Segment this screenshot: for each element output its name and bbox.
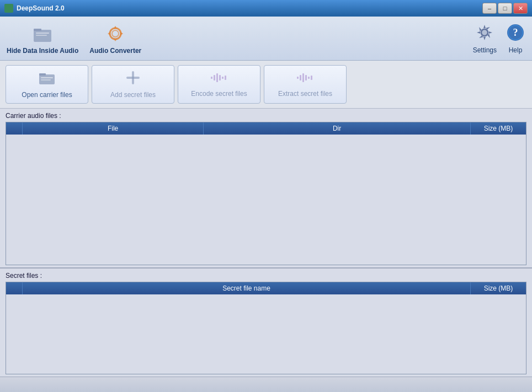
svg-rect-13: [41, 77, 53, 78]
svg-rect-22: [225, 76, 226, 80]
toolbar-right: Settings ? Help: [473, 23, 525, 54]
status-bar: [0, 377, 532, 392]
audio-converter-icon: [104, 23, 126, 45]
nav-audio-converter-label: Audio Converter: [89, 47, 141, 55]
encode-secret-button[interactable]: Encode secret files: [178, 65, 260, 104]
extract-secret-label: Extract secret files: [278, 90, 332, 98]
secret-col-name: Secret file name: [23, 282, 471, 294]
svg-rect-17: [211, 77, 212, 79]
svg-point-7: [482, 30, 487, 35]
svg-rect-14: [41, 79, 51, 80]
svg-rect-3: [36, 35, 47, 36]
carrier-col-dir: Dir: [204, 122, 471, 135]
svg-text:?: ?: [513, 27, 518, 38]
svg-rect-1: [34, 29, 41, 31]
toolbar: Hide Data Inside Audio Aud: [0, 17, 532, 61]
svg-rect-25: [302, 73, 304, 82]
app-icon: [4, 4, 13, 13]
help-button[interactable]: ? Help: [506, 23, 525, 54]
nav-hide-data[interactable]: Hide Data Inside Audio: [7, 23, 78, 55]
carrier-table-header: File Dir Size (MB): [6, 122, 526, 135]
svg-rect-20: [219, 75, 221, 80]
toolbar-left: Hide Data Inside Audio Aud: [7, 23, 141, 55]
open-carrier-button[interactable]: Open carrier files: [6, 65, 88, 104]
help-icon: ?: [506, 23, 525, 44]
nav-audio-converter[interactable]: Audio Converter: [89, 23, 141, 55]
app-title: DeepSound 2.0: [17, 4, 65, 12]
add-secret-label: Add secret files: [110, 91, 156, 99]
svg-rect-19: [216, 73, 218, 82]
extract-secret-icon: [296, 71, 314, 87]
carrier-table: File Dir Size (MB): [6, 122, 526, 265]
nav-hide-data-label: Hide Data Inside Audio: [7, 47, 78, 55]
action-buttons-row: Open carrier files Add secret files: [0, 61, 532, 109]
help-label: Help: [509, 46, 523, 54]
content-area: Carrier audio files : File Dir Size (MB)…: [0, 109, 532, 377]
svg-rect-27: [308, 77, 310, 79]
carrier-col-check: [6, 122, 23, 135]
secret-table: Secret file name Size (MB): [6, 282, 526, 374]
secret-col-check: [6, 282, 23, 294]
add-secret-icon: [125, 70, 141, 88]
secret-section-label: Secret files :: [6, 272, 526, 280]
svg-rect-26: [305, 75, 307, 80]
svg-rect-28: [311, 76, 312, 80]
secret-col-size: Size (MB): [471, 282, 526, 294]
svg-rect-23: [297, 77, 299, 79]
title-bar-left: DeepSound 2.0: [4, 4, 65, 13]
open-carrier-label: Open carrier files: [22, 91, 72, 99]
add-secret-button[interactable]: Add secret files: [92, 65, 174, 104]
settings-label: Settings: [473, 46, 497, 54]
close-button[interactable]: ✕: [513, 3, 528, 14]
settings-button[interactable]: Settings: [473, 23, 497, 54]
open-carrier-icon: [39, 70, 55, 88]
encode-secret-label: Encode secret files: [191, 90, 247, 98]
svg-rect-16: [126, 77, 140, 79]
svg-point-5: [112, 30, 119, 37]
title-bar: DeepSound 2.0 – □ ✕: [0, 0, 532, 17]
secret-table-header: Secret file name Size (MB): [6, 282, 526, 294]
hide-data-icon: [31, 23, 54, 45]
carrier-section-label: Carrier audio files :: [6, 112, 526, 120]
carrier-col-size: Size (MB): [471, 122, 526, 135]
title-bar-controls: – □ ✕: [482, 3, 528, 14]
svg-rect-18: [214, 75, 215, 80]
minimize-button[interactable]: –: [482, 3, 497, 14]
carrier-col-file: File: [23, 122, 204, 135]
extract-secret-button[interactable]: Extract secret files: [264, 65, 347, 104]
carrier-table-body: [6, 135, 526, 265]
svg-rect-12: [39, 73, 46, 76]
maximize-button[interactable]: □: [498, 3, 512, 14]
svg-rect-2: [36, 33, 49, 34]
gear-icon: [475, 23, 494, 44]
secret-table-body: [6, 294, 526, 374]
carrier-section: Carrier audio files : File Dir Size (MB): [0, 109, 532, 267]
main-window: Hide Data Inside Audio Aud: [0, 17, 532, 392]
encode-secret-icon: [210, 71, 228, 87]
svg-rect-21: [222, 77, 224, 79]
svg-rect-24: [300, 75, 301, 80]
secret-section: Secret files : Secret file name Size (MB…: [0, 269, 532, 377]
